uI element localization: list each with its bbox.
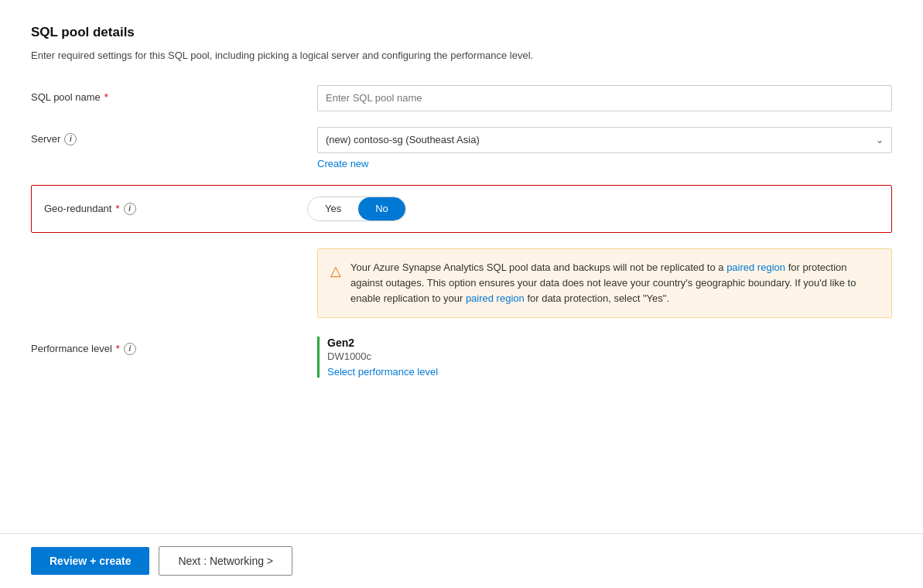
geo-redundant-row: Geo-redundant * i Yes No [31,185,892,233]
server-info-icon[interactable]: i [64,133,77,145]
server-dropdown-value: (new) contoso-sg (Southeast Asia) [326,134,480,145]
pool-name-label: SQL pool name * [31,85,317,103]
paired-region-link-1[interactable]: paired region [726,262,785,273]
performance-level-required: * [116,343,120,354]
server-control: (new) contoso-sg (Southeast Asia) ⌄ Crea… [317,127,892,169]
geo-yes-label: Yes [325,203,341,214]
server-row: Server i (new) contoso-sg (Southeast Asi… [31,127,892,169]
server-label-text: Server [31,133,60,145]
pool-name-required: * [104,91,108,103]
footer-bar: Review + create Next : Networking > [0,533,923,588]
warning-text: Your Azure Synapse Analytics SQL pool da… [350,260,879,306]
pool-name-label-text: SQL pool name [31,91,101,103]
performance-gen-label: Gen2 [327,337,892,349]
geo-redundant-label: Geo-redundant * i [44,203,307,215]
geo-redundant-info-icon[interactable]: i [124,203,136,215]
geo-redundant-label-text: Geo-redundant [44,203,111,214]
geo-redundant-required: * [115,203,119,214]
geo-yes-option[interactable]: Yes [308,197,358,220]
next-networking-button[interactable]: Next : Networking > [159,546,292,576]
warning-text-1: Your Azure Synapse Analytics SQL pool da… [350,262,726,273]
review-create-button[interactable]: Review + create [31,547,149,575]
geo-no-label: No [375,203,388,214]
create-new-link[interactable]: Create new [317,158,892,169]
server-dropdown[interactable]: (new) contoso-sg (Southeast Asia) ⌄ [317,127,892,153]
performance-level-row: Performance level * i Gen2 DW1000c Selec… [31,337,892,378]
geo-redundant-toggle: Yes No [307,197,406,221]
performance-level-label: Performance level * i [31,337,317,355]
section-desc: Enter required settings for this SQL poo… [31,48,892,63]
pool-name-row: SQL pool name * [31,85,892,111]
geo-no-option[interactable]: No [358,197,405,220]
performance-level-control: Gen2 DW1000c Select performance level [317,337,892,378]
pool-name-input[interactable] [317,85,892,111]
paired-region-link-2[interactable]: paired region [466,292,525,304]
warning-text-3: for data protection, select "Yes". [525,292,669,304]
main-container: SQL pool details Enter required settings… [0,0,923,378]
section-title: SQL pool details [31,25,892,40]
chevron-down-icon: ⌄ [876,135,884,145]
performance-level-info-icon[interactable]: i [124,343,136,355]
warning-box: △ Your Azure Synapse Analytics SQL pool … [317,248,892,318]
pool-name-control [317,85,892,111]
select-performance-link[interactable]: Select performance level [327,366,438,378]
performance-level-label-text: Performance level [31,343,112,354]
warning-icon: △ [330,261,341,306]
server-label: Server i [31,127,317,145]
performance-dw-label: DW1000c [327,350,892,362]
